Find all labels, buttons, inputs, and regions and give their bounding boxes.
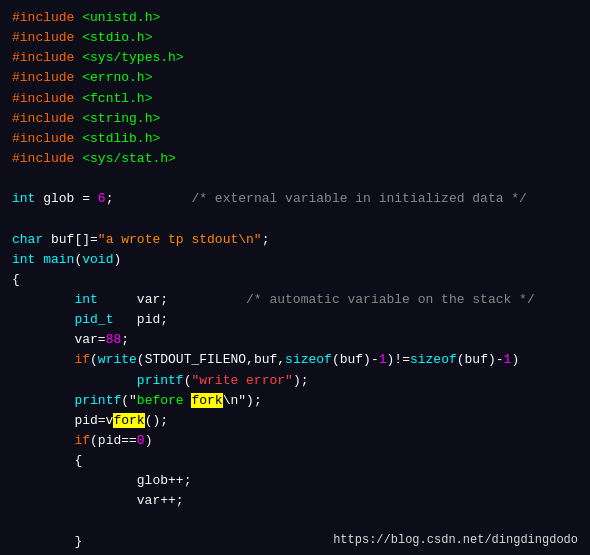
code-editor: #include <unistd.h> #include <stdio.h> #…: [0, 0, 590, 555]
line-2: #include <stdio.h>: [12, 28, 578, 48]
line-printf-before-fork: printf("before fork\n");: [12, 391, 578, 411]
line-1: #include <unistd.h>: [12, 8, 578, 28]
line-blank-3: [12, 512, 578, 532]
line-blank-2: [12, 209, 578, 229]
line-printf-write-error: printf("write error");: [12, 371, 578, 391]
line-8: #include <sys/stat.h>: [12, 149, 578, 169]
line-6: #include <string.h>: [12, 109, 578, 129]
line-open-brace: {: [12, 270, 578, 290]
line-7: #include <stdlib.h>: [12, 129, 578, 149]
line-blank-1: [12, 169, 578, 189]
line-int-var: int var; /* automatic variable on the st…: [12, 290, 578, 310]
line-main: int main(void): [12, 250, 578, 270]
line-glob-inc: glob++;: [12, 471, 578, 491]
line-var-assign: var=88;: [12, 330, 578, 350]
line-var-inc: var++;: [12, 491, 578, 511]
line-if-pid: if(pid==0): [12, 431, 578, 451]
line-5: #include <fcntl.h>: [12, 89, 578, 109]
line-3: #include <sys/types.h>: [12, 48, 578, 68]
line-open-brace-2: {: [12, 451, 578, 471]
line-pid-vfork: pid=vfork();: [12, 411, 578, 431]
line-buf: char buf[]="a wrote tp stdout\n";: [12, 230, 578, 250]
line-4: #include <errno.h>: [12, 68, 578, 88]
line-if-write: if(write(STDOUT_FILENO,buf,sizeof(buf)-1…: [12, 350, 578, 370]
line-glob: int glob = 6; /* external variable in in…: [12, 189, 578, 209]
line-pid: pid_t pid;: [12, 310, 578, 330]
url-label: https://blog.csdn.net/dingdingdodo: [333, 533, 578, 547]
